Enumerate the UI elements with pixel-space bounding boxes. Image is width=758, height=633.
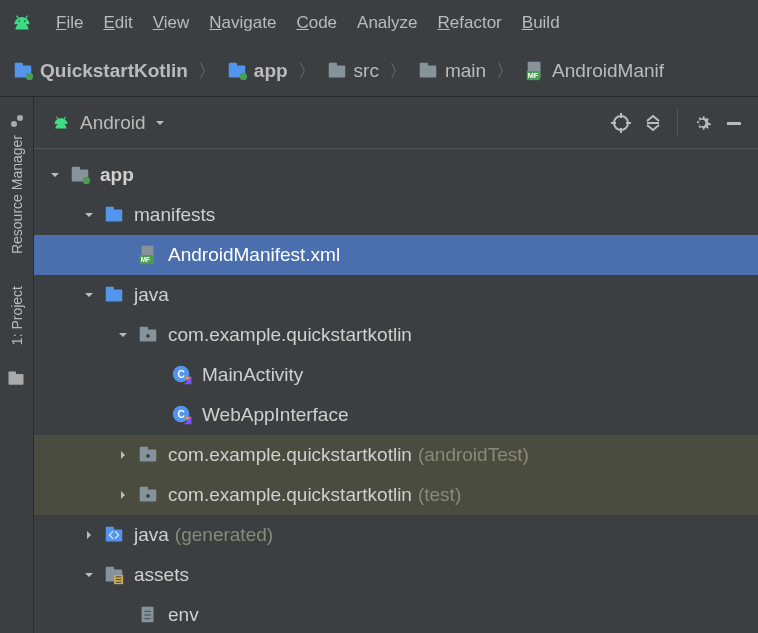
svg-point-5 [240, 72, 247, 79]
expand-arrow-icon[interactable] [80, 526, 98, 544]
select-opened-file-button[interactable] [605, 107, 637, 139]
tree-node-label: env [168, 604, 199, 626]
tree-row[interactable]: com.example.quickstartkotlin [34, 315, 758, 355]
expand-arrow-icon[interactable] [80, 286, 98, 304]
svg-text:C: C [177, 409, 184, 420]
crosshair-icon [611, 113, 631, 133]
svg-rect-4 [229, 62, 237, 66]
chevron-down-icon [154, 117, 166, 129]
tree-row[interactable]: CMainActivity [34, 355, 758, 395]
tree-row[interactable]: env [34, 595, 758, 633]
tree-node-label: WebAppInterface [202, 404, 348, 426]
menu-code[interactable]: Code [296, 13, 337, 33]
svg-rect-34 [140, 327, 148, 331]
hide-button[interactable] [718, 107, 750, 139]
chevron-right-icon: 〉 [296, 59, 318, 83]
svg-rect-16 [8, 372, 16, 375]
breadcrumb: QuickstartKotlin 〉 app 〉 src 〉 main 〉 MF… [0, 45, 758, 97]
settings-button[interactable] [686, 107, 718, 139]
svg-rect-31 [106, 290, 123, 302]
gear-icon [692, 113, 712, 133]
svg-point-17 [614, 116, 628, 130]
project-icon [12, 60, 34, 82]
svg-rect-26 [106, 210, 123, 222]
sidebar-tabs: Resource Manager 1: Project [0, 97, 34, 633]
chevron-right-icon: 〉 [196, 59, 218, 83]
project-tool-window: Android appmanifestsMFAndroidManifest.xm… [34, 97, 758, 633]
crumb-manifest[interactable]: MF AndroidManif [520, 60, 668, 82]
tree-row[interactable]: app [34, 155, 758, 195]
assets-folder-icon [102, 563, 126, 587]
manifest-icon: MF [136, 243, 160, 267]
tree-node-label: com.example.quickstartkotlin [168, 324, 412, 346]
tree-node-label: java [134, 284, 169, 306]
tree-row[interactable]: MFAndroidManifest.xml [34, 235, 758, 275]
module-icon [68, 163, 92, 187]
svg-point-2 [26, 72, 33, 79]
tree-node-label: AndroidManifest.xml [168, 244, 340, 266]
folder-icon [102, 283, 126, 307]
menu-navigate[interactable]: Navigate [209, 13, 276, 33]
collapse-all-button[interactable] [637, 107, 669, 139]
tree-row[interactable]: CWebAppInterface [34, 395, 758, 435]
package-icon [136, 483, 160, 507]
tree-node-suffix: (test) [418, 484, 461, 506]
menu-file[interactable]: File [56, 13, 83, 33]
resource-manager-icon [9, 113, 25, 129]
expand-arrow-icon[interactable] [80, 566, 98, 584]
chevron-right-icon: 〉 [387, 59, 409, 83]
menu-analyze[interactable]: Analyze [357, 13, 417, 33]
sidebar-project-icon [6, 369, 28, 391]
tool-window-header: Android [34, 97, 758, 149]
svg-rect-8 [420, 65, 437, 77]
crumb-project[interactable]: QuickstartKotlin [8, 60, 192, 82]
expand-arrow-icon[interactable] [114, 446, 132, 464]
menu-build[interactable]: Build [522, 13, 560, 33]
svg-rect-27 [106, 207, 114, 211]
menu-view[interactable]: View [153, 13, 190, 33]
manifest-icon: MF [524, 60, 546, 82]
crumb-main[interactable]: main [413, 60, 490, 82]
expand-arrow-icon[interactable] [114, 326, 132, 344]
expand-arrow-icon[interactable] [114, 486, 132, 504]
tree-node-label: java [134, 524, 169, 546]
gen-folder-icon [102, 523, 126, 547]
svg-point-46 [146, 454, 150, 458]
view-selector[interactable]: Android [42, 108, 174, 138]
kotlin-class-icon: C [170, 403, 194, 427]
minimize-icon [724, 113, 744, 133]
svg-rect-50 [106, 530, 123, 542]
expand-arrow-icon[interactable] [46, 166, 64, 184]
android-studio-logo-icon [8, 9, 36, 37]
svg-rect-51 [106, 527, 114, 531]
expand-arrow-icon[interactable] [80, 206, 98, 224]
tree-row[interactable]: manifests [34, 195, 758, 235]
svg-rect-32 [106, 287, 114, 291]
svg-rect-53 [106, 567, 114, 571]
tree-row[interactable]: java [34, 275, 758, 315]
file-icon [136, 603, 160, 627]
svg-rect-45 [140, 447, 148, 451]
chevron-right-icon: 〉 [494, 59, 516, 83]
menu-edit[interactable]: Edit [103, 13, 132, 33]
crumb-src[interactable]: src [322, 60, 383, 82]
svg-rect-24 [72, 167, 80, 171]
tree-row[interactable]: com.example.quickstartkotlin(androidTest… [34, 435, 758, 475]
tree-node-suffix: (androidTest) [418, 444, 529, 466]
svg-point-14 [17, 115, 23, 121]
sidebar-tab-project[interactable]: 1: Project [7, 278, 27, 353]
tree-row[interactable]: assets [34, 555, 758, 595]
menu-refactor[interactable]: Refactor [438, 13, 502, 33]
svg-point-35 [146, 334, 150, 338]
svg-rect-58 [142, 607, 154, 623]
tree-row[interactable]: java(generated) [34, 515, 758, 555]
project-tree[interactable]: appmanifestsMFAndroidManifest.xmljavacom… [34, 149, 758, 633]
crumb-module[interactable]: app [222, 60, 292, 82]
tree-row[interactable]: com.example.quickstartkotlin(test) [34, 475, 758, 515]
package-icon [136, 443, 160, 467]
svg-point-25 [83, 177, 90, 184]
collapse-icon [643, 113, 663, 133]
sidebar-tab-resource-manager[interactable]: Resource Manager [7, 105, 27, 262]
svg-rect-22 [727, 122, 741, 125]
kotlin-class-icon: C [170, 363, 194, 387]
